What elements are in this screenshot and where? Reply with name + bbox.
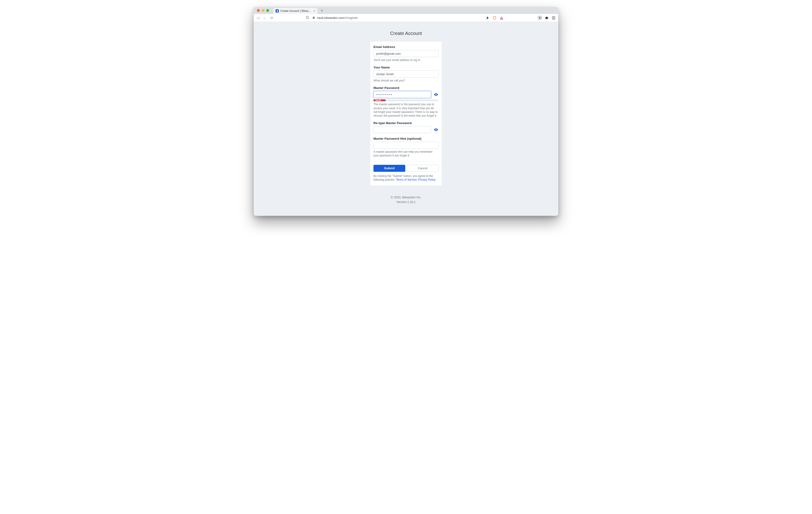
close-window-icon[interactable] [257,9,260,12]
new-tab-button[interactable]: ＋ [319,8,324,13]
cancel-button[interactable]: Cancel [407,165,439,172]
close-tab-icon[interactable]: × [313,9,315,13]
bitwarden-favicon-icon: ▮ [276,9,279,12]
toolbar-right [486,16,556,20]
retype-field-group: Re-type Master Password [373,121,439,133]
browser-menu-icon[interactable] [552,16,555,20]
divider [370,161,442,162]
password-strength-bar: Weak [373,100,439,101]
password-help: The master password is the password you … [373,102,439,117]
browser-toolbar: ◁ ▷ ⟳ vault.bitwarden.com/#/register [254,14,558,22]
page-title: Create Account [254,31,558,36]
agreement-text: By clicking the "Submit" button, you agr… [373,174,439,182]
window-controls [256,9,271,12]
page-viewport: Create Account Email Address You'll use … [254,22,558,216]
version-text: Version 2.16.1 [254,200,558,205]
name-input[interactable] [373,71,439,78]
browser-window: ▮ Create Account | Bitwarden Web × ＋ ◁ ▷… [254,7,558,216]
password-input[interactable] [373,91,431,98]
copyright-text: © 2020, Bitwarden Inc. [254,195,558,200]
lock-icon [312,16,315,20]
email-help: You'll use your email address to log in. [373,58,439,62]
email-input[interactable] [373,50,439,57]
minimize-window-icon[interactable] [262,9,264,12]
address-bar[interactable]: vault.bitwarden.com/#/register [312,16,483,20]
bookmark-icon[interactable] [306,16,309,20]
name-help: What should we call you? [373,79,439,82]
tab-title: Create Account | Bitwarden Web [280,9,312,12]
extensions-icon[interactable] [545,16,549,20]
back-icon[interactable]: ◁ [256,16,260,20]
tos-link[interactable]: Terms of Service [396,178,417,181]
password-strength-label: Weak [373,100,385,101]
privacy-link[interactable]: Privacy Policy [418,178,436,181]
email-field-group: Email Address You'll use your email addr… [373,45,439,62]
email-label: Email Address [373,45,439,49]
bitwarden-extension-icon[interactable] [538,16,542,20]
maximize-window-icon[interactable] [266,9,269,12]
create-account-form: Email Address You'll use your email addr… [370,41,442,186]
hint-field-group: Master Password Hint (optional) A master… [373,137,439,157]
retype-label: Re-type Master Password [373,121,439,125]
submit-button[interactable]: Submit [373,165,405,172]
brave-shield-icon[interactable] [493,16,496,20]
retype-input[interactable] [373,126,431,133]
hint-label: Master Password Hint (optional) [373,137,439,140]
name-label: Your Name [373,66,439,69]
password-field-group: Master Password Weak The master password… [373,86,439,117]
url-text: vault.bitwarden.com/#/register [317,16,358,20]
button-row: Submit Cancel [373,165,439,172]
brave-rewards-icon[interactable] [500,16,503,20]
reload-icon[interactable]: ⟳ [270,16,274,20]
forward-icon[interactable]: ▷ [263,16,267,20]
hint-help: A master password hint can help you reme… [373,150,439,157]
tab-strip: ▮ Create Account | Bitwarden Web × ＋ [254,7,558,14]
toggle-password-visibility-icon[interactable] [433,92,439,97]
browser-tab[interactable]: ▮ Create Account | Bitwarden Web × [273,8,317,14]
name-field-group: Your Name What should we call you? [373,66,439,82]
page-footer: © 2020, Bitwarden Inc. Version 2.16.1 [254,195,558,204]
password-label: Master Password [373,86,439,90]
toggle-retype-visibility-icon[interactable] [433,127,439,132]
key-icon[interactable] [486,16,490,20]
hint-input[interactable] [373,142,439,149]
